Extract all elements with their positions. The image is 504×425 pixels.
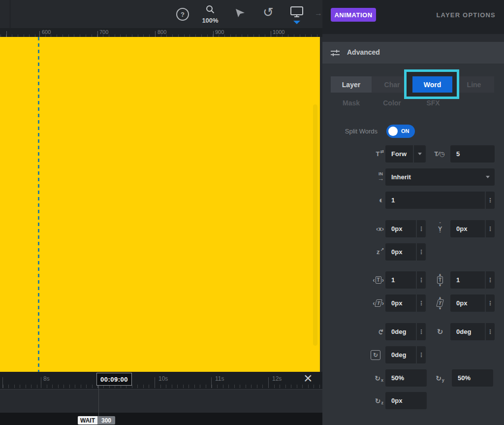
timeline-track[interactable] bbox=[0, 389, 322, 413]
skew-x-icon: ‹T› bbox=[360, 294, 384, 312]
skew-y-field[interactable]: 0px ⋮ bbox=[450, 294, 495, 312]
more-arrow-icon[interactable]: → bbox=[315, 9, 322, 18]
close-icon[interactable]: × bbox=[304, 370, 313, 387]
timeline-label: 12s bbox=[272, 375, 282, 382]
chevron-down-icon bbox=[418, 153, 422, 155]
timeline-ruler[interactable]: 8s 10s 11s 12s bbox=[0, 372, 322, 389]
origin-x-icon: ↻x bbox=[363, 369, 383, 387]
guide-line bbox=[38, 37, 39, 372]
skew-y-icon: ▴T▾ bbox=[434, 294, 446, 312]
horizontal-ruler: 600 700 800 900 1000 bbox=[0, 28, 322, 37]
options-dots-icon[interactable]: ⋮ bbox=[416, 294, 426, 312]
opacity-field[interactable]: 1 ⋮ bbox=[385, 192, 495, 209]
advanced-section-header[interactable]: Advanced bbox=[322, 42, 504, 64]
panel-spacer bbox=[322, 34, 504, 42]
slide-canvas[interactable] bbox=[0, 37, 320, 372]
options-dots-icon[interactable]: ⋮ bbox=[485, 220, 495, 237]
scale-y-icon: ▴T▾ bbox=[434, 271, 446, 289]
help-icon[interactable]: ? bbox=[176, 8, 189, 21]
word-direction-icon: T⇄ bbox=[362, 145, 384, 163]
ruler-label: 800 bbox=[158, 29, 166, 35]
options-dots-icon[interactable]: ⋮ bbox=[485, 323, 495, 340]
toggle-knob bbox=[388, 127, 398, 136]
origin-z-icon: ↻z bbox=[363, 392, 383, 409]
word-delay-icon: T⁄◷ bbox=[433, 145, 446, 163]
offset-y-field[interactable]: 0px ⋮ bbox=[450, 220, 495, 237]
dropdown-caret[interactable] bbox=[413, 145, 426, 163]
timecode-box[interactable]: 00:09:00 bbox=[96, 373, 132, 386]
ruler-label: 900 bbox=[215, 29, 224, 35]
toggle-state-label: ON bbox=[401, 128, 410, 134]
timeline-label: 8s bbox=[43, 375, 50, 382]
ruler-label: 600 bbox=[42, 29, 51, 35]
undo-icon[interactable]: ↺ bbox=[263, 5, 274, 20]
options-dots-icon[interactable]: ⋮ bbox=[416, 346, 426, 363]
split-words-label: Split Words bbox=[337, 128, 378, 135]
rotate-x-field[interactable]: 0deg ⋮ bbox=[385, 323, 426, 340]
timeline-bottom-strip bbox=[0, 413, 322, 425]
zoom-icon[interactable] bbox=[206, 5, 215, 14]
origin-y-field[interactable]: 50% bbox=[452, 369, 493, 387]
ruler-label: 700 bbox=[99, 29, 108, 35]
tune-icon bbox=[331, 49, 340, 57]
options-dots-icon[interactable]: ⋮ bbox=[416, 220, 426, 237]
split-words-toggle[interactable]: ON bbox=[386, 125, 415, 138]
canvas-region: ? 100% ↺ → 600 700 800 900 bbox=[0, 0, 322, 425]
origin-z-field[interactable]: 0px bbox=[385, 392, 427, 409]
advanced-label: Advanced bbox=[347, 48, 380, 56]
tab-layer[interactable]: Layer bbox=[331, 76, 372, 93]
timeline-label: 11s bbox=[215, 375, 224, 382]
offset-z-icon: z↗ bbox=[364, 243, 384, 261]
panel-title: LAYER OPTIONS bbox=[436, 11, 496, 19]
panel-header: ANIMATION LAYER OPTIONS bbox=[322, 0, 504, 34]
offset-z-field[interactable]: 0px ⋮ bbox=[385, 243, 426, 261]
canvas-scrollbar[interactable] bbox=[313, 104, 317, 346]
wait-badge-label: WAIT bbox=[78, 416, 97, 425]
device-caret-icon[interactable] bbox=[293, 21, 300, 24]
options-dots-icon[interactable]: ⋮ bbox=[416, 271, 426, 289]
ruler-label: 1000 bbox=[273, 29, 284, 35]
tab-word[interactable]: Word bbox=[412, 76, 452, 93]
scale-x-field[interactable]: 1 ⋮ bbox=[385, 271, 426, 289]
zoom-level[interactable]: 100% bbox=[199, 17, 221, 24]
origin-y-icon: ↻y bbox=[433, 369, 447, 387]
editor-window: ? 100% ↺ → 600 700 800 900 bbox=[0, 0, 504, 425]
rotate-z-field[interactable]: 0deg ⋮ bbox=[385, 346, 426, 363]
rotate-y-field[interactable]: 0deg ⋮ bbox=[450, 323, 495, 340]
rotate-z-icon: ↻ bbox=[369, 346, 382, 363]
skew-x-field[interactable]: 0px ⋮ bbox=[385, 294, 426, 312]
tab-line[interactable]: Line bbox=[454, 76, 494, 93]
rotate-x-icon: ↻ bbox=[362, 323, 384, 340]
scale-x-icon: ‹T› bbox=[360, 271, 384, 289]
canvas-toolbar: ? 100% ↺ → bbox=[0, 0, 322, 28]
wait-badge-value: 300 bbox=[97, 416, 115, 425]
chevron-down-icon bbox=[486, 176, 490, 178]
animation-tab-button[interactable]: ANIMATION bbox=[331, 8, 376, 22]
stagger-field[interactable]: 5 bbox=[450, 145, 495, 163]
animation-in-icon: IN→ bbox=[364, 168, 384, 186]
options-dots-icon[interactable]: ⋮ bbox=[416, 243, 426, 261]
origin-x-field[interactable]: 50% bbox=[385, 369, 427, 387]
tab-mask[interactable]: Mask bbox=[331, 95, 372, 111]
device-preview-icon[interactable] bbox=[290, 6, 303, 18]
toolbar-divider bbox=[10, 0, 10, 28]
offset-x-icon: ‹x› bbox=[362, 220, 384, 237]
offset-x-field[interactable]: 0px ⋮ bbox=[385, 220, 426, 237]
direction-dropdown[interactable]: Forw bbox=[385, 145, 426, 163]
scale-y-field[interactable]: 1 ⋮ bbox=[450, 271, 495, 289]
layer-options-panel: ANIMATION LAYER OPTIONS Advanced Layer C… bbox=[322, 0, 504, 425]
rotate-y-icon: ↻ bbox=[434, 323, 446, 340]
timeline-label: 10s bbox=[158, 375, 168, 382]
options-dots-icon[interactable]: ⋮ bbox=[485, 294, 495, 312]
opacity-icon: ◐ bbox=[364, 192, 384, 209]
wait-badge[interactable]: WAIT 300 bbox=[78, 416, 115, 425]
select-cursor-icon[interactable] bbox=[235, 8, 246, 19]
options-dots-icon[interactable]: ⋮ bbox=[485, 192, 495, 209]
offset-y-icon: ˆYˇ bbox=[434, 220, 446, 237]
options-dots-icon[interactable]: ⋮ bbox=[416, 323, 426, 340]
options-dots-icon[interactable]: ⋮ bbox=[485, 271, 495, 289]
in-preset-dropdown[interactable]: Inherit bbox=[385, 168, 495, 186]
